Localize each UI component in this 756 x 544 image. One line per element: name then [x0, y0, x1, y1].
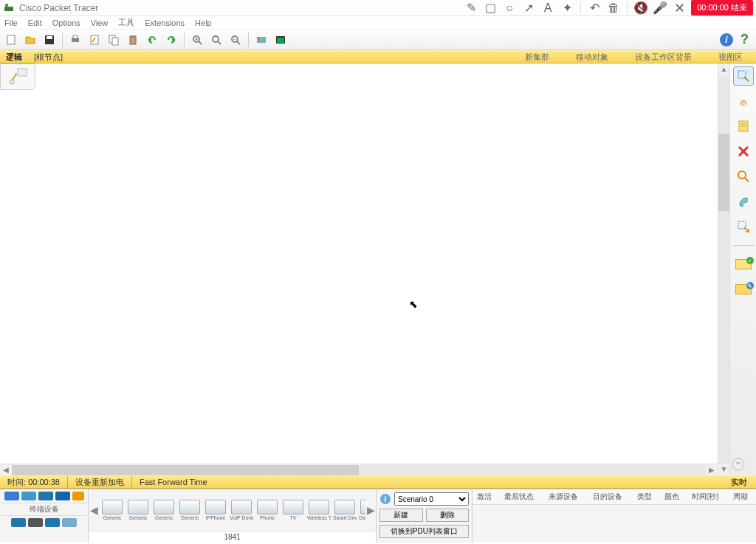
device-item[interactable]: Generic — [100, 500, 124, 520]
arrow-icon[interactable]: ➚ — [523, 2, 535, 14]
set-tiled-bg-button[interactable]: 设备工作区背景 — [622, 52, 705, 63]
pdu-table-header[interactable]: 类型 — [633, 489, 660, 505]
device-item[interactable]: Phone — [255, 500, 279, 520]
category-end-icon[interactable] — [11, 518, 26, 527]
delete-tool-icon[interactable] — [733, 142, 754, 161]
print-icon[interactable] — [67, 32, 83, 48]
add-simple-pdu-icon[interactable]: + — [733, 255, 754, 274]
device-item[interactable]: Generic — [152, 500, 176, 520]
pdu-table-header[interactable]: 来源设备 — [544, 489, 588, 505]
category-wan-icon[interactable] — [45, 518, 60, 527]
draw-shape-icon[interactable] — [733, 192, 754, 211]
logic-tab[interactable]: 逻辑 — [0, 52, 28, 63]
scenario-select[interactable]: Scenario 0 — [394, 492, 469, 506]
device-item[interactable]: IPPhone — [204, 500, 227, 520]
copy-icon[interactable] — [106, 32, 122, 48]
menu-tools[interactable]: 工具 — [118, 17, 134, 28]
device-scroll-right[interactable]: ▶ — [365, 504, 376, 516]
mute-audio-icon[interactable]: 🔇 — [635, 2, 647, 14]
undo-icon[interactable]: ↶ — [588, 2, 600, 14]
workspace-canvas[interactable]: ⬉ — [0, 63, 718, 464]
square-icon[interactable]: ▢ — [484, 2, 496, 14]
wand-icon[interactable]: ✦ — [561, 2, 573, 14]
dialog-icon[interactable] — [272, 32, 289, 48]
pdu-table-header[interactable]: 激活 — [472, 489, 500, 505]
close-icon[interactable]: ✕ — [673, 2, 685, 14]
category-custom-icon[interactable] — [62, 518, 77, 527]
new-cluster-button[interactable]: 新集群 — [512, 52, 563, 63]
device-item[interactable]: TV — [281, 500, 305, 520]
wizard-icon[interactable] — [86, 32, 103, 48]
device-item[interactable]: Smart Device — [333, 500, 357, 520]
device-item[interactable]: Generic Wireless — [359, 500, 365, 520]
menu-edit[interactable]: Edit — [28, 18, 42, 27]
new-file-icon[interactable] — [3, 32, 19, 48]
pdu-table-header[interactable]: 颜色 — [660, 489, 687, 505]
pdu-table-header[interactable]: 周期 — [729, 489, 756, 505]
device-thumb-label: Generic Wireless — [359, 515, 365, 520]
pdu-table-header[interactable]: 时间(秒) — [687, 489, 729, 505]
category-router-icon[interactable] — [4, 492, 19, 500]
vertical-scrollbar[interactable]: ▲ ▼ — [718, 63, 729, 475]
viewport-button[interactable]: 视图区 — [705, 52, 756, 63]
open-folder-icon[interactable] — [22, 32, 38, 48]
horizontal-scrollbar[interactable]: ◀ ▶ — [0, 464, 718, 475]
add-complex-pdu-icon[interactable]: ✎ — [733, 280, 754, 299]
inspect-tool-icon[interactable] — [733, 167, 754, 186]
place-note-icon[interactable] — [733, 117, 754, 136]
paste-icon[interactable] — [125, 32, 141, 48]
category-wireless-icon[interactable] — [55, 492, 70, 500]
undo-arrow-icon[interactable] — [144, 32, 160, 48]
resize-shape-icon[interactable] — [733, 217, 754, 236]
category-hub-icon[interactable] — [38, 492, 53, 500]
device-scroll-left[interactable]: ◀ — [89, 504, 99, 516]
redo-arrow-icon[interactable] — [163, 32, 179, 48]
menu-view[interactable]: View — [91, 18, 109, 27]
toggle-panel-icon[interactable] — [730, 456, 751, 475]
realtime-tab[interactable]: 实时 — [722, 477, 756, 488]
scenario-new-button[interactable]: 新建 — [379, 509, 423, 522]
menu-file[interactable]: File — [4, 18, 18, 27]
move-layout-icon[interactable] — [733, 92, 754, 111]
pdu-table-header[interactable]: 目的设备 — [588, 489, 633, 505]
toggle-pdu-list-button[interactable]: 切换到PDU列表窗口 — [379, 525, 469, 538]
scroll-up-arrow[interactable]: ▲ — [718, 63, 729, 75]
category-switch-icon[interactable] — [21, 492, 36, 500]
pencil-icon[interactable]: ✎ — [465, 2, 477, 14]
timer-button[interactable]: 00:00:00 结束 — [691, 0, 753, 16]
category-security-icon[interactable] — [28, 518, 43, 527]
scroll-right-arrow[interactable]: ▶ — [706, 466, 718, 474]
root-node-label[interactable]: [根节点] — [28, 52, 69, 63]
pdu-table-header[interactable]: 最后状态 — [500, 489, 544, 505]
mute-mic-icon[interactable]: 🎤 — [654, 2, 666, 14]
power-cycle-button[interactable]: 设备重新加电 — [68, 476, 132, 488]
category-connections-icon[interactable] — [72, 492, 84, 500]
device-item[interactable]: Wireless Tablet — [307, 500, 331, 520]
zoom-in-icon[interactable] — [189, 32, 205, 48]
select-tool-icon[interactable] — [733, 66, 754, 86]
menu-options[interactable]: Options — [52, 18, 80, 27]
device-item[interactable]: Generic — [178, 500, 202, 520]
device-item[interactable]: VoIP Device — [230, 500, 253, 520]
scenario-delete-button[interactable]: 删除 — [426, 509, 470, 522]
device-thumb-label: VoIP Device — [230, 515, 253, 520]
zoom-reset-icon[interactable] — [208, 32, 224, 48]
palette-icon[interactable] — [253, 32, 269, 48]
menu-extensions[interactable]: Extensions — [145, 18, 185, 27]
pdu-table-panel: 激活最后状态来源设备目的设备类型颜色时间(秒)周期 — [472, 489, 756, 543]
save-icon[interactable] — [41, 32, 58, 48]
menu-help[interactable]: Help — [195, 18, 212, 27]
navigation-panel[interactable] — [0, 63, 35, 90]
scroll-down-arrow[interactable]: ▼ — [718, 464, 729, 475]
help-icon[interactable]: ? — [740, 32, 749, 47]
fast-forward-button[interactable]: Fast Forward Time — [132, 476, 215, 488]
zoom-out-icon[interactable] — [227, 32, 244, 48]
move-object-button[interactable]: 移动对象 — [563, 52, 622, 63]
scroll-left-arrow[interactable]: ◀ — [0, 466, 12, 474]
circle-icon[interactable]: ○ — [504, 2, 515, 14]
trash-icon[interactable]: 🗑 — [608, 2, 619, 14]
scenario-info-icon[interactable]: i — [379, 493, 391, 505]
text-icon[interactable]: A — [542, 2, 554, 14]
device-item[interactable]: Generic — [126, 500, 150, 520]
info-icon[interactable]: i — [720, 33, 733, 47]
